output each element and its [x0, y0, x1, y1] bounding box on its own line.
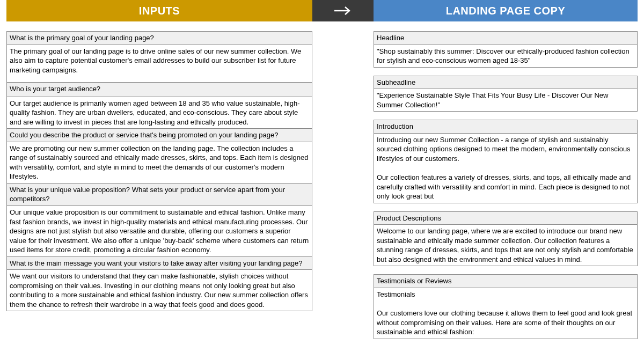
input-answer: Our target audience is primarily women a…: [6, 97, 312, 129]
copy-column: Headline "Shop sustainably this summer: …: [374, 31, 638, 345]
copy-body: "Shop sustainably this summer: Discover …: [374, 45, 638, 68]
copy-header: LANDING PAGE COPY: [374, 0, 638, 21]
input-question: What is your unique value proposition? W…: [6, 183, 312, 206]
copy-label: Headline: [374, 31, 638, 45]
copy-label: Subheadline: [374, 76, 638, 90]
arrow-right-icon: [333, 6, 353, 16]
spacer: [374, 266, 638, 274]
spacer: [374, 203, 638, 211]
inputs-column: What is the primary goal of your landing…: [6, 31, 312, 311]
spacer: [0, 21, 644, 31]
input-question: What is the primary goal of your landing…: [6, 31, 312, 45]
input-question: Could you describe the product or servic…: [6, 129, 312, 142]
spacer: [374, 112, 638, 120]
spacer: [638, 0, 644, 21]
copy-body: "Experience Sustainable Style That Fits …: [374, 89, 638, 112]
spacer: [374, 339, 638, 345]
copy-label: Testimonials or Reviews: [374, 274, 638, 288]
input-question: Who is your target audience?: [6, 83, 312, 97]
spacer: [0, 0, 6, 21]
input-answer: We are promoting our new summer collecti…: [6, 142, 312, 183]
header-row: INPUTS LANDING PAGE COPY: [0, 0, 644, 21]
input-answer: Our unique value proposition is our comm…: [6, 206, 312, 257]
input-answer: We want our visitors to understand that …: [6, 270, 312, 311]
arrow-cell: [312, 0, 374, 21]
copy-body: Introducing our new Summer Collection - …: [374, 134, 638, 203]
copy-label: Product Descriptions: [374, 211, 638, 225]
copy-body: Testimonials Our customers love our clot…: [374, 288, 638, 339]
copy-label: Introduction: [374, 120, 638, 134]
input-question: What is the main message you want your v…: [6, 257, 312, 270]
spacer: [374, 68, 638, 76]
inputs-header: INPUTS: [6, 0, 312, 21]
copy-body: Welcome to our landing page, where we ar…: [374, 225, 638, 266]
input-answer: The primary goal of our landing page is …: [6, 45, 312, 83]
